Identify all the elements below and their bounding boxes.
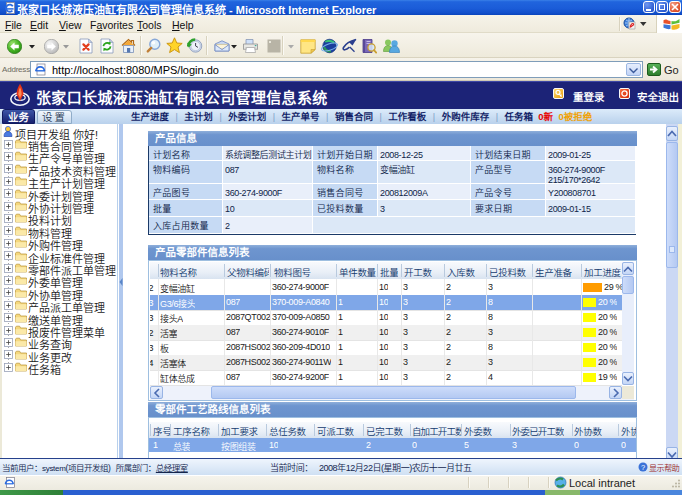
svg-text:?: ? <box>641 463 645 472</box>
